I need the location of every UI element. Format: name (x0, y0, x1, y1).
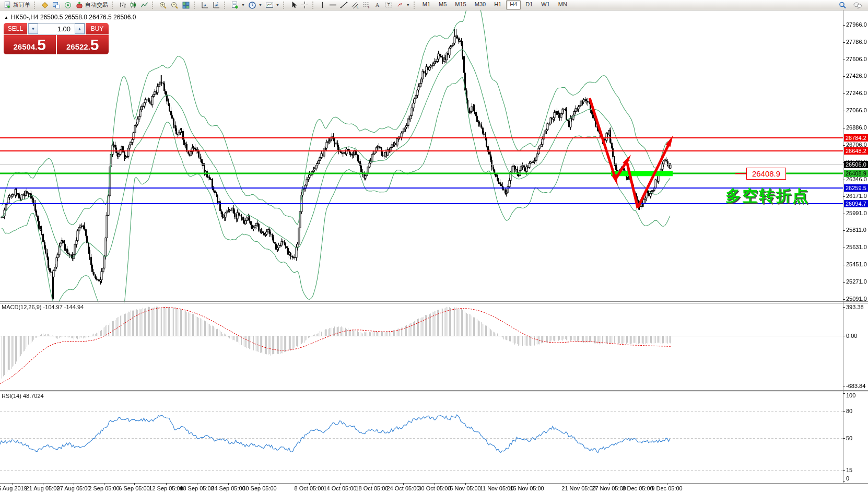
horizontal-line-icon (329, 1, 337, 9)
hline-price-tag[interactable]: 26408.9 (746, 168, 786, 180)
line-chart-button[interactable] (139, 1, 150, 10)
svg-text:A: A (375, 2, 379, 8)
new-order-button[interactable]: 新订单 (2, 1, 32, 10)
channel-button[interactable]: E (349, 1, 361, 10)
price-level-label-blue: 26259.5 (844, 184, 868, 192)
text-label-icon: T (384, 1, 393, 9)
toolbar-separator (414, 2, 417, 9)
zoom-out-button[interactable] (169, 1, 180, 10)
auto-scroll-button[interactable] (199, 1, 210, 10)
periods-button[interactable]: ▼ (247, 1, 264, 10)
templates-button[interactable]: ▼ (264, 1, 281, 10)
chat-icon (853, 1, 862, 9)
buy-price[interactable]: 26522.5 (57, 35, 109, 54)
profiles-icon (52, 1, 61, 9)
chat-button[interactable] (851, 1, 864, 10)
autotrading-button[interactable]: 自动交易 (74, 1, 110, 10)
cursor-button[interactable] (288, 1, 299, 10)
autotrading-label: 自动交易 (85, 1, 108, 9)
volume-value[interactable]: 1.00 (38, 24, 75, 34)
new-order-label: 新订单 (13, 1, 30, 9)
rsi-axis-label: 0 (846, 475, 849, 482)
toolbar-separator (112, 2, 115, 9)
price-axis-label: 25271.0 (846, 278, 867, 285)
volume-decrease-button[interactable]: ▼ (28, 24, 38, 34)
sell-price-fraction: 5 (37, 37, 46, 53)
timeframe-button-h4[interactable]: H4 (506, 0, 521, 10)
timeframe-button-m5[interactable]: M5 (435, 0, 450, 10)
buy-price-main: 26522 (66, 42, 88, 51)
navigator-button[interactable] (62, 1, 74, 10)
svg-text:F: F (368, 5, 370, 9)
volume-increase-button[interactable]: ▲ (75, 24, 85, 34)
symbol-ohlc-text: HK50-,H4 26500.5 26558.0 26476.5 26506.0 (11, 14, 136, 21)
navigator-icon (64, 1, 72, 9)
bar-chart-icon (119, 1, 126, 9)
time-axis-label: 18 Sep 05:00 (180, 485, 214, 491)
clock-icon (248, 1, 256, 9)
bar-chart-button[interactable] (117, 1, 128, 10)
timeframe-group: M1M5M15M30H1H4D1W1MN (419, 0, 571, 10)
price-level-label-red: 26784.2 (844, 134, 868, 142)
price-axis-label: 27786.0 (846, 39, 867, 45)
rsi-indicator-label: RSI(14) 48.7024 (2, 393, 44, 399)
turning-point-note[interactable]: 多空转折点 (725, 185, 809, 207)
toolbar-separator (312, 2, 315, 9)
metaquotes-button[interactable] (39, 1, 51, 10)
time-axis-label: 11 Nov 05:00 (480, 485, 514, 491)
sell-price[interactable]: 26504.5 (4, 35, 56, 54)
chart-shift-icon (212, 1, 220, 9)
dropdown-caret: ▼ (276, 3, 279, 7)
trendline-icon (340, 1, 348, 9)
time-axis-label: 30 Sep 05:00 (242, 485, 276, 491)
horizontal-line-button[interactable] (327, 1, 338, 10)
timeframe-button-h1[interactable]: H1 (490, 0, 505, 10)
time-axis-label: 27 Nov 05:00 (592, 485, 626, 491)
symbol-trend-icon: ▲ (4, 15, 8, 20)
chart-shift-button[interactable] (210, 1, 222, 10)
toolbar-separator (34, 2, 37, 9)
svg-text:T: T (387, 2, 390, 7)
candlestick-chart-button[interactable] (128, 1, 139, 10)
profiles-button[interactable] (51, 1, 62, 10)
sell-price-main: 26504 (13, 42, 35, 51)
time-axis-label: 27 Aug 05:00 (57, 485, 91, 491)
time-axis-label: 21 Nov 05:00 (561, 485, 595, 491)
search-button[interactable] (837, 1, 848, 10)
macd-indicator-label: MACD(12,26,9) -104.97 -144.94 (2, 304, 84, 310)
text-label-button[interactable]: T (383, 1, 394, 10)
timeframe-button-mn[interactable]: MN (555, 0, 571, 10)
time-axis-label: 5 Aug 2019 (0, 485, 27, 491)
price-level-label-green: 26408.9 (844, 170, 868, 177)
price-axis-label: 26886.0 (846, 124, 867, 131)
crosshair-button[interactable] (299, 1, 310, 10)
timeframe-button-m1[interactable]: M1 (419, 0, 434, 10)
equidistant-channel-icon: E (351, 1, 359, 9)
text-button[interactable]: A (372, 1, 383, 10)
chart-canvas[interactable] (0, 0, 868, 493)
buy-button[interactable]: BUY (86, 23, 109, 34)
tile-windows-button[interactable] (180, 1, 192, 10)
timeframe-button-w1[interactable]: W1 (537, 0, 554, 10)
trendline-button[interactable] (338, 1, 349, 10)
toolbar-separator (283, 2, 286, 9)
text-icon: A (374, 1, 381, 9)
price-axis-label: 27246.0 (846, 90, 867, 96)
time-axis-label: 12 Sep 05:00 (149, 485, 183, 491)
timeframe-button-d1[interactable]: D1 (522, 0, 536, 10)
svg-text:E: E (357, 5, 359, 9)
fibonacci-button[interactable]: F (361, 1, 372, 10)
arrows-button[interactable]: ▼ (394, 1, 412, 10)
indicators-button[interactable]: ▼ (229, 1, 247, 10)
timeframe-button-m30[interactable]: M30 (471, 0, 489, 10)
arrow-objects-icon (396, 1, 404, 9)
time-axis-label: 9 Dec 05:00 (651, 485, 682, 491)
vertical-line-button[interactable] (318, 1, 327, 10)
price-axis-label: 27066.0 (846, 107, 867, 113)
zoom-in-button[interactable] (157, 1, 169, 10)
timeframe-button-m15[interactable]: M15 (451, 0, 470, 10)
price-level-label-black: 26506.0 (844, 161, 868, 168)
time-axis-label: 6 Sep 05:00 (119, 485, 149, 491)
candlestick-chart-icon (130, 1, 137, 9)
sell-button[interactable]: SELL (4, 23, 27, 34)
